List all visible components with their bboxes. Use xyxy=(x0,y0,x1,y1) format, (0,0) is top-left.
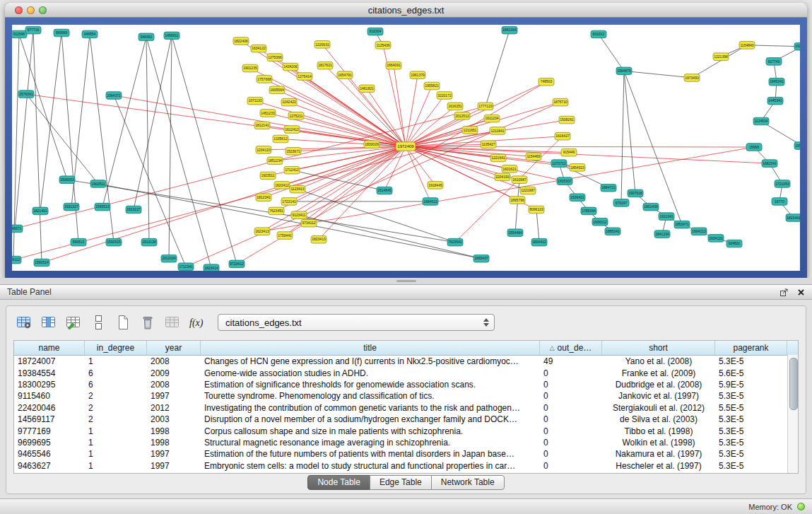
network-node[interactable]: 1275366 xyxy=(267,54,283,62)
network-node[interactable]: 1821401 xyxy=(33,207,48,215)
column-header-pagerank[interactable]: pagerank xyxy=(715,341,787,355)
network-node[interactable]: 1221987 xyxy=(520,187,536,194)
network-node[interactable]: 1221641 xyxy=(490,154,506,162)
network-node[interactable]: 1211651 xyxy=(462,127,478,134)
network-node[interactable]: 1451233 xyxy=(260,110,276,117)
network-node[interactable]: 1823414 xyxy=(204,264,219,271)
network-node[interactable]: 1911341 xyxy=(659,213,674,221)
network-node[interactable]: 1220631 xyxy=(314,41,330,49)
network-node[interactable]: 1830029 xyxy=(364,141,379,148)
network-node[interactable]: 679197 xyxy=(613,199,629,207)
network-node[interactable]: 1804412 xyxy=(531,238,547,246)
network-node[interactable]: 1801439 xyxy=(643,203,659,211)
network-node[interactable]: 1590515 xyxy=(106,238,122,246)
network-node[interactable]: 1854923 xyxy=(570,164,585,172)
network-node[interactable]: 1884721 xyxy=(601,184,616,192)
scrollbar-thumb[interactable] xyxy=(789,358,798,410)
network-node[interactable]: 1125439 xyxy=(375,42,391,49)
network-node[interactable]: 1901235 xyxy=(242,64,258,72)
network-node[interactable]: 1684512 xyxy=(423,198,438,206)
network-node[interactable]: 1456911 xyxy=(164,32,180,40)
network-node[interactable]: 1712341 xyxy=(178,263,194,271)
network-canvas[interactable]: 1972409182240616341221275366190123514342… xyxy=(12,25,800,271)
column-header-title[interactable]: title xyxy=(201,341,540,355)
network-node[interactable]: 2576061 xyxy=(18,90,34,98)
table-row[interactable]: 969969511998Structural magnetic resonanc… xyxy=(14,437,798,448)
network-node[interactable]: 9734112 xyxy=(301,219,317,227)
network-node[interactable]: 1445341 xyxy=(767,97,783,105)
network-node[interactable]: 590513 xyxy=(71,238,86,246)
network-node[interactable]: 8096123 xyxy=(529,206,544,214)
table-row[interactable]: 946554611997Estimation of the future num… xyxy=(14,448,798,460)
float-panel-icon[interactable] xyxy=(779,288,789,297)
network-node[interactable]: 911546 xyxy=(12,30,27,38)
network-node[interactable]: 2012512 xyxy=(454,112,470,120)
network-node[interactable]: 1785394 xyxy=(581,207,596,215)
network-node[interactable]: 748503 xyxy=(539,78,554,86)
network-node[interactable]: 1654791 xyxy=(337,71,353,79)
network-node[interactable]: 1605564 xyxy=(269,86,285,94)
table-row[interactable]: 1938455462009Genome-wide association stu… xyxy=(14,367,798,378)
network-node[interactable]: 816312 xyxy=(591,30,606,38)
network-node[interactable]: 1875710 xyxy=(553,98,568,106)
network-node[interactable]: 1211641 xyxy=(490,127,505,135)
network-node[interactable]: 1145671 xyxy=(12,225,23,233)
network-node[interactable]: 1124534 xyxy=(753,117,769,125)
network-node[interactable]: 1853471 xyxy=(674,221,690,228)
function-icon[interactable]: f(x) xyxy=(188,313,206,332)
network-node[interactable]: 1461821 xyxy=(359,85,375,93)
network-node[interactable]: 1812141 xyxy=(254,122,270,129)
column-header-out_de[interactable]: △out_de… xyxy=(540,341,602,355)
network-node[interactable]: 1275414 xyxy=(297,73,312,81)
network-node[interactable]: 1918445 xyxy=(428,182,443,189)
network-node[interactable]: 969969 xyxy=(54,29,69,37)
network-node[interactable]: 1616427 xyxy=(555,132,570,140)
network-node[interactable]: 1972409 xyxy=(396,142,416,151)
table-settings-icon[interactable] xyxy=(15,313,33,332)
edit-table-icon[interactable] xyxy=(64,313,83,332)
network-node[interactable]: 1759441 xyxy=(277,232,293,240)
network-node[interactable]: 9723412 xyxy=(229,260,245,268)
network-node[interactable]: 1242422 xyxy=(281,98,297,106)
network-node[interactable]: 1961379 xyxy=(410,71,425,79)
network-node[interactable]: 1964879 xyxy=(616,67,632,75)
network-node[interactable]: 1757668 xyxy=(257,76,272,83)
table-row[interactable]: 2242004622012Investigating the contribut… xyxy=(14,402,798,414)
column-header-in_degree[interactable]: in_degree xyxy=(85,341,147,355)
network-node[interactable]: 1925143 xyxy=(794,42,800,50)
network-node[interactable]: 1601621 xyxy=(502,165,517,173)
network-node[interactable]: 1721053 xyxy=(775,180,790,188)
network-node[interactable]: 1841304 xyxy=(502,26,517,34)
column-header-name[interactable]: name xyxy=(14,341,85,355)
network-node[interactable]: 1973493 xyxy=(684,74,700,82)
network-node[interactable]: 3220172 xyxy=(437,92,452,100)
network-node[interactable]: 924501 xyxy=(726,240,742,247)
network-node[interactable]: 7623541 xyxy=(447,238,463,246)
network-node[interactable]: 1149112 xyxy=(12,256,21,264)
network-node[interactable]: 1590513 xyxy=(95,203,110,211)
network-node[interactable]: 1823413 xyxy=(311,235,326,243)
network-node[interactable]: 946554 xyxy=(82,30,98,38)
network-node[interactable]: 1523671 xyxy=(286,148,301,156)
network-node[interactable]: 915449 xyxy=(561,148,577,156)
tab-node-table[interactable]: Node Table xyxy=(307,475,370,490)
table-row[interactable]: 1872400712008Changes of HCN gene express… xyxy=(14,356,798,367)
network-node[interactable]: 2204193 xyxy=(495,173,510,181)
table-row[interactable]: 1456911722003Disruption of a novel membe… xyxy=(14,414,798,425)
network-node[interactable]: 946362 xyxy=(139,33,154,41)
network-node[interactable]: 977716 xyxy=(25,26,41,34)
panel-splitter[interactable] xyxy=(0,278,812,284)
close-window-button[interactable] xyxy=(15,6,23,14)
minimize-window-button[interactable] xyxy=(27,6,35,14)
network-table-selector[interactable]: citations_edges.txt xyxy=(218,314,495,331)
network-node[interactable]: 1895796 xyxy=(510,197,525,204)
network-node[interactable]: 1907918 xyxy=(628,189,643,197)
network-node[interactable]: 2012034 xyxy=(161,255,177,262)
network-node[interactable]: 2064372 xyxy=(106,92,122,100)
network-node[interactable]: 1851234 xyxy=(267,157,283,165)
network-node[interactable]: 1931327 xyxy=(64,203,79,211)
network-node[interactable]: 1270712 xyxy=(551,160,567,168)
network-node[interactable]: 1913128 xyxy=(141,238,157,246)
zoom-window-button[interactable] xyxy=(39,6,47,14)
network-node[interactable]: 1699312 xyxy=(592,218,608,226)
